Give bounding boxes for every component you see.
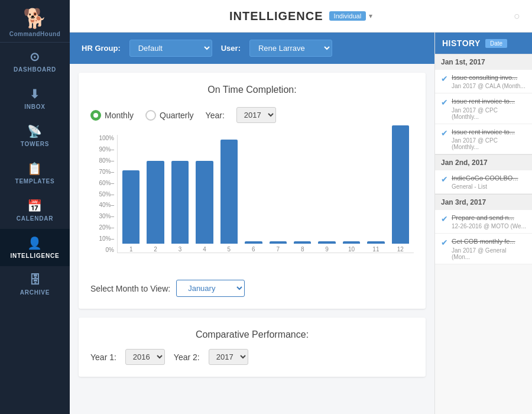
bar-label: 1 (129, 246, 133, 253)
sidebar-item-towers[interactable]: 📡 TOWERS (0, 117, 70, 154)
quarterly-label: Quarterly (160, 111, 194, 120)
bar-col: 9 (318, 241, 335, 253)
sidebar-label-archive: ARCHIVE (20, 289, 50, 296)
app-name: CommandHound (9, 31, 61, 37)
hr-group-select[interactable]: Default (129, 40, 212, 57)
history-item-content: Issue rent invoice to...Jan 2017 @ CPC (… (452, 97, 526, 119)
sidebar-item-calendar[interactable]: 📅 CALENDAR (0, 192, 70, 229)
sidebar-label-templates: TEMPLATES (15, 178, 54, 185)
sidebar-label-towers: TOWERS (21, 141, 50, 147)
history-item[interactable]: ✔Issue consulting invo...Jan 2017 @ CALA… (435, 70, 532, 93)
bar (220, 140, 238, 244)
history-header: HISTORY Date (435, 33, 532, 54)
history-item-subtitle: General - List (452, 183, 518, 190)
history-item-title: Get COB monthly fe... (452, 237, 526, 245)
check-icon: ✔ (441, 238, 448, 247)
history-content: Jan 1st, 2017✔Issue consulting invo...Ja… (435, 54, 532, 264)
year2-select[interactable]: 2017 2016 (209, 349, 248, 365)
chevron-down-icon: ▾ (369, 12, 372, 20)
history-panel: HISTORY Date Jan 1st, 2017✔Issue consult… (434, 33, 532, 414)
sidebar-item-intelligence[interactable]: 👤 INTELLIGENCE (0, 229, 70, 266)
sidebar: 🐕 CommandHound ⊙ DASHBOARD ⬇ INBOX 📡 TOW… (0, 0, 70, 414)
bar-col: 8 (294, 241, 311, 253)
app-header: INTELLIGENCE Individual ▾ ○ (70, 0, 532, 33)
bar-label: 9 (325, 246, 329, 253)
monthly-option[interactable]: Monthly (90, 110, 134, 121)
year-row: Year 1: 2016 2017 Year 2: 2017 2016 (90, 349, 414, 365)
history-item-title: Issue consulting invo... (452, 73, 525, 82)
search-icon[interactable]: ○ (514, 10, 520, 22)
inbox-icon: ⬇ (30, 87, 40, 101)
bar-label: 5 (228, 246, 231, 253)
main-content: INTELLIGENCE Individual ▾ ○ HR Group: De… (70, 0, 532, 414)
bar-label: 6 (252, 246, 255, 253)
check-icon: ✔ (441, 74, 448, 83)
history-date-badge[interactable]: Date (485, 39, 507, 48)
bar-label: 8 (301, 246, 304, 253)
history-item[interactable]: ✔Issue rent invoice to...Jan 2017 @ CPC … (435, 93, 532, 124)
history-item-subtitle: Jan 2017 @ CALA (Month... (452, 83, 525, 89)
check-icon: ✔ (441, 174, 448, 184)
history-date-separator: Jan 1st, 2017 (435, 54, 532, 70)
history-item-content: IndieGoGo COOLBO...General - List (452, 174, 518, 190)
bar-label: 11 (372, 246, 379, 253)
year2-label: Year 2: (174, 352, 200, 362)
sidebar-item-archive[interactable]: 🗄 ARCHIVE (0, 266, 70, 303)
sidebar-label-inbox: INBOX (24, 104, 46, 110)
history-item-content: Prepare and send n...12-26-2016 @ MOTO (… (452, 214, 526, 229)
bar-col: 3 (171, 161, 189, 253)
bar-label: 7 (276, 246, 280, 253)
page-title: INTELLIGENCE (229, 9, 323, 23)
view-options: Monthly Quarterly Year: 2017 2016 (90, 107, 414, 123)
comparative-title: Comparative Performance: (90, 329, 414, 340)
sidebar-label-calendar: CALENDAR (17, 215, 54, 222)
bar-col: 10 (343, 241, 360, 253)
history-item-content: Issue consulting invo...Jan 2017 @ CALA … (452, 73, 525, 89)
bar-label: 2 (154, 246, 157, 253)
sidebar-label-intelligence: INTELLIGENCE (11, 253, 60, 259)
history-item-title: Issue rent invoice to... (452, 128, 526, 136)
hr-group-label: HR Group: (82, 44, 121, 53)
history-item-subtitle: Jan 2017 @ CPC (Monthly... (452, 137, 526, 150)
bar (171, 161, 189, 244)
sidebar-item-templates[interactable]: 📋 TEMPLATES (0, 154, 70, 192)
chart-section: HR Group: Default User: Rene Larrave On … (70, 33, 434, 414)
bars-area: 123456789101112 (117, 135, 414, 253)
history-item[interactable]: ✔Get COB monthly fe...Jan 2017 @ General… (435, 234, 532, 264)
content-area: HR Group: Default User: Rene Larrave On … (70, 33, 532, 414)
filter-bar: HR Group: Default User: Rene Larrave (70, 33, 434, 64)
sidebar-item-inbox[interactable]: ⬇ INBOX (0, 80, 70, 117)
user-label: User: (221, 44, 241, 53)
history-item-subtitle: Jan 2017 @ General (Mon... (452, 247, 526, 260)
month-select[interactable]: January February March April May June Ju… (176, 280, 245, 297)
bar-col: 7 (270, 241, 287, 253)
year-select[interactable]: 2017 2016 (236, 107, 276, 123)
history-date-separator: Jan 2nd, 2017 (435, 154, 532, 170)
sidebar-item-dashboard[interactable]: ⊙ DASHBOARD (0, 43, 70, 80)
year-label: Year: (206, 111, 225, 120)
bar (270, 241, 287, 244)
view-badge[interactable]: Individual (329, 11, 366, 21)
monthly-radio[interactable] (90, 110, 101, 121)
calendar-icon: 📅 (27, 199, 43, 213)
year1-select[interactable]: 2016 2017 (125, 349, 165, 365)
history-item-subtitle: Jan 2017 @ CPC (Monthly... (452, 107, 526, 120)
archive-icon: 🗄 (29, 273, 41, 287)
towers-icon: 📡 (27, 124, 43, 138)
quarterly-radio[interactable] (145, 110, 156, 121)
bar-col: 2 (147, 161, 164, 253)
history-item-content: Issue rent invoice to...Jan 2017 @ CPC (… (452, 128, 526, 150)
quarterly-option[interactable]: Quarterly (145, 110, 194, 121)
bar-label: 12 (397, 246, 404, 253)
bar-col: 4 (196, 161, 213, 253)
chart-container: On Time Completion: Monthly Quarterly Ye… (79, 73, 426, 309)
history-item[interactable]: ✔Prepare and send n...12-26-2016 @ MOTO … (435, 210, 532, 234)
bar (196, 161, 213, 244)
sidebar-label-dashboard: DASHBOARD (14, 66, 56, 73)
history-title: HISTORY (442, 38, 481, 48)
bar-label: 4 (203, 246, 206, 253)
user-select[interactable]: Rene Larrave (249, 40, 332, 57)
select-month-label: Select Month to View: (90, 284, 170, 293)
history-item[interactable]: ✔Issue rent invoice to...Jan 2017 @ CPC … (435, 124, 532, 154)
history-item[interactable]: ✔IndieGoGo COOLBO...General - List (435, 170, 532, 194)
